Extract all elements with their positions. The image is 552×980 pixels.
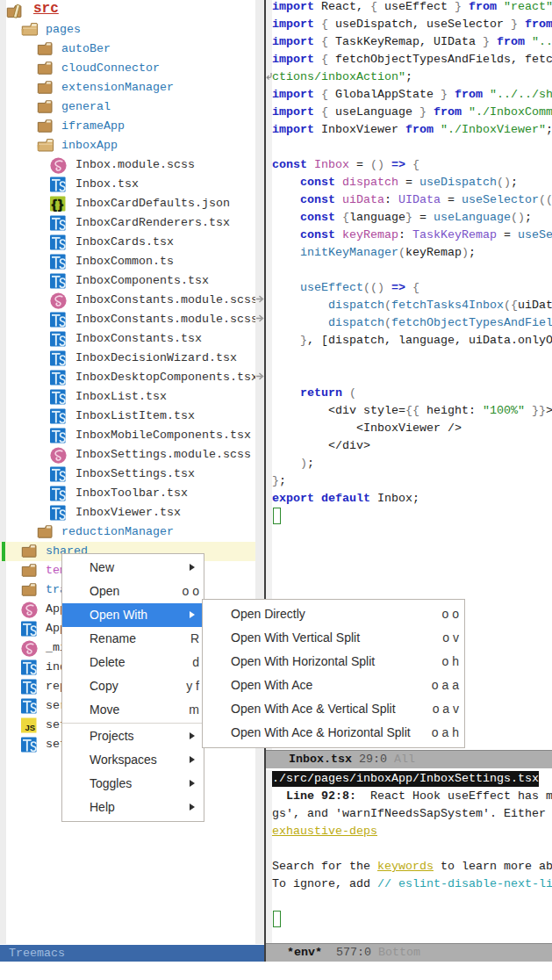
svg-text:{}: {} [52,197,64,212]
svg-text:JS: JS [25,723,35,732]
